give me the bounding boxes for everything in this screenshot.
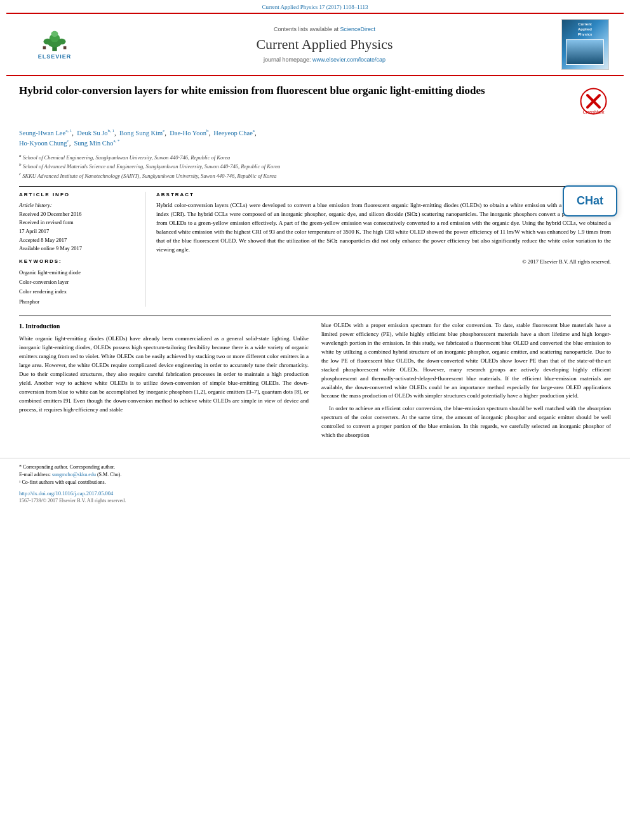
affiliation-c: c SKKU Advanced Institute of Nanotechnol…	[19, 171, 611, 180]
author-1: Seung-Hwan Lee	[19, 130, 65, 137]
svg-point-5	[58, 38, 66, 44]
body-left-column: 1. Introduction White organic light-emit…	[19, 321, 309, 444]
abstract-text: Hybrid color-conversion layers (CCLs) we…	[156, 201, 611, 255]
svg-point-4	[44, 38, 52, 44]
body-right-column: blue OLEDs with a proper emission spectr…	[321, 321, 611, 444]
author-7: Sung Min Cho	[74, 140, 114, 147]
elsevier-logo: ELSEVIER	[23, 27, 86, 62]
intro-para-2: blue OLEDs with a proper emission spectr…	[321, 321, 611, 401]
article-info-heading: ARTICLE INFO	[19, 192, 138, 197]
header-center: Contents lists available at ScienceDirec…	[93, 26, 556, 63]
history-revised: Received in revised form	[19, 218, 138, 227]
history-accepted: Accepted 8 May 2017	[19, 236, 138, 245]
footer: * Corresponding author. Corresponding au…	[0, 458, 630, 506]
keywords-list: Organic light-emitting diode Color-conve…	[19, 268, 138, 307]
body-content: 1. Introduction White organic light-emit…	[19, 321, 611, 444]
journal-homepage-line: journal homepage: www.elsevier.com/locat…	[93, 57, 556, 63]
journal-cover-image: CurrentAppliedPhysics	[561, 19, 609, 70]
intro-para-3: In order to achieve an efficient color c…	[321, 404, 611, 440]
keywords-heading: Keywords:	[19, 258, 138, 264]
crossmark-logo: CrossMark	[579, 87, 611, 119]
svg-text:CrossMark: CrossMark	[583, 110, 605, 114]
article-history: Article history: Received 20 December 20…	[19, 201, 138, 253]
main-content: Hybrid color-conversion layers for white…	[0, 76, 630, 451]
intro-section-title: 1. Introduction	[19, 321, 309, 331]
authors-line: Seung-Hwan Leea, 1, Deuk Su Job, 1, Bong…	[19, 128, 611, 149]
journal-ref-text: Current Applied Physics 17 (2017) 1108–1…	[262, 4, 368, 10]
copyright-line: © 2017 Elsevier B.V. All rights reserved…	[156, 258, 611, 265]
sciencedirect-line: Contents lists available at ScienceDirec…	[93, 26, 556, 32]
corresponding-author-note: * Corresponding author. Corresponding au…	[19, 463, 611, 486]
article-info-column: ARTICLE INFO Article history: Received 2…	[19, 192, 146, 307]
journal-homepage-link[interactable]: www.elsevier.com/locate/cap	[312, 57, 385, 63]
abstract-column: ABSTRACT Hybrid color-conversion layers …	[156, 192, 611, 307]
abstract-heading: ABSTRACT	[156, 192, 611, 197]
doi-link[interactable]: http://dx.doi.org/10.1016/j.cap.2017.05.…	[19, 490, 113, 497]
email-link[interactable]: sungmcho@skku.edu	[52, 472, 96, 477]
journal-title: Current Applied Physics	[93, 36, 556, 53]
history-received: Received 20 December 2016	[19, 210, 138, 219]
article-title-section: Hybrid color-conversion layers for white…	[19, 84, 611, 123]
intro-para-1: White organic light-emitting diodes (OLE…	[19, 335, 309, 414]
svg-rect-6	[43, 46, 46, 49]
author-6: Ho-Kyoon Chung	[19, 140, 67, 147]
elsevier-label: ELSEVIER	[38, 53, 72, 60]
svg-rect-7	[64, 46, 67, 49]
article-title: Hybrid color-conversion layers for white…	[19, 84, 573, 98]
keyword-1: Organic light-emitting diode	[19, 268, 138, 277]
history-revised-date: 17 April 2017	[19, 227, 138, 236]
affiliations: a School of Chemical Engineering, Sungky…	[19, 152, 611, 180]
affiliation-b: b School of Advanced Materials Science a…	[19, 161, 611, 171]
affiliation-a: a School of Chemical Engineering, Sungky…	[19, 152, 611, 162]
doi-line: http://dx.doi.org/10.1016/j.cap.2017.05.…	[19, 490, 611, 497]
crossmark-icon: CrossMark	[579, 87, 608, 116]
author-3: Bong Sung Kim	[119, 130, 163, 137]
cover-graphic	[566, 39, 604, 65]
svg-point-3	[51, 30, 58, 36]
history-heading: Article history:	[19, 201, 138, 210]
author-4: Dae-Ho Yoon	[170, 130, 206, 137]
elsevier-tree-icon	[36, 30, 74, 52]
author-2: Deuk Su Jo	[77, 130, 107, 137]
header-right: CurrentAppliedPhysics	[556, 19, 613, 70]
keyword-3: Color rendering index	[19, 287, 138, 297]
keyword-2: Color-conversion layer	[19, 277, 138, 287]
history-online: Available online 9 May 2017	[19, 244, 138, 253]
keywords-section: Keywords: Organic light-emitting diode C…	[19, 258, 138, 307]
chat-button[interactable]: CHat	[563, 185, 617, 217]
keyword-4: Phosphor	[19, 297, 138, 307]
journal-header: ELSEVIER Contents lists available at Sci…	[6, 13, 624, 76]
issn-line: 1567-1739/© 2017 Elsevier B.V. All right…	[19, 498, 611, 503]
info-abstract-section: ARTICLE INFO Article history: Received 2…	[19, 186, 611, 307]
author-5: Heeyeop Chae	[213, 130, 253, 137]
section-divider	[19, 316, 611, 316]
page: Current Applied Physics 17 (2017) 1108–1…	[0, 0, 630, 840]
journal-reference: Current Applied Physics 17 (2017) 1108–1…	[0, 0, 630, 13]
sciencedirect-link[interactable]: ScienceDirect	[340, 26, 376, 32]
header-left: ELSEVIER	[17, 27, 93, 62]
